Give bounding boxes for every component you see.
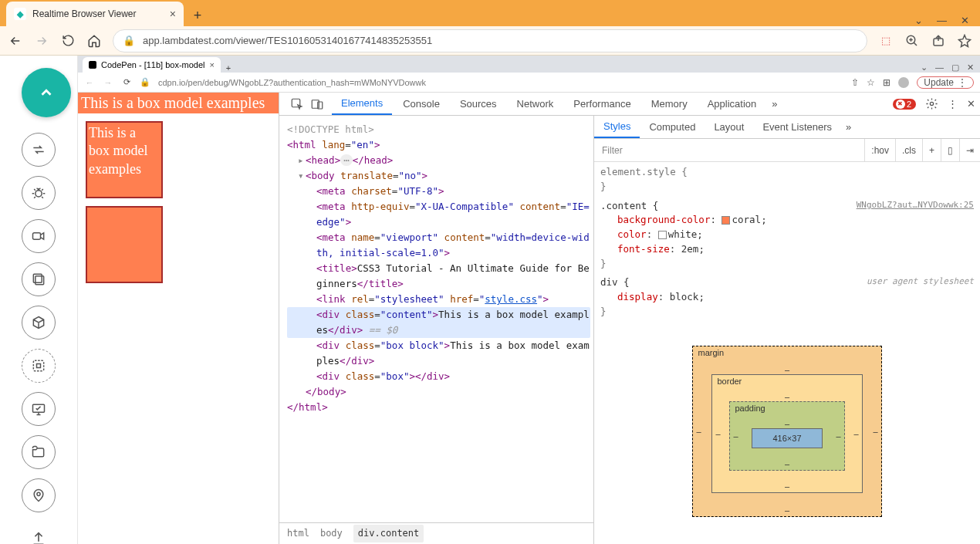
box-div	[86, 206, 163, 283]
breadcrumb-body[interactable]: body	[320, 526, 343, 541]
hov-toggle[interactable]: :hov	[864, 139, 895, 161]
bm-margin-label: margin	[698, 348, 724, 357]
css-rules-list[interactable]: element.style { } WNgobLZ?aut…NYVDowwk:2…	[594, 162, 980, 323]
puzzle-icon[interactable]: ⊞	[883, 77, 890, 88]
chevron-down-icon[interactable]: ⌄	[914, 15, 923, 26]
computed-panel-icon[interactable]: ▯	[941, 139, 959, 161]
color-swatch-coral[interactable]	[721, 216, 730, 225]
bm-border-label: border	[717, 377, 742, 386]
selected-dom-node[interactable]: ⋯<div class="content">This is a box mode…	[287, 307, 590, 338]
svg-rect-6	[33, 360, 43, 370]
minimize-icon[interactable]: —	[937, 15, 947, 26]
close-icon[interactable]: ×	[170, 8, 176, 20]
reload-icon[interactable]	[60, 33, 76, 49]
forward-icon[interactable]	[34, 33, 49, 49]
rule-element-style[interactable]: element.style {	[600, 166, 688, 177]
close-icon[interactable]: ✕	[967, 63, 974, 73]
dom-breadcrumb: html body div.content	[279, 522, 593, 544]
gear-icon[interactable]	[925, 97, 938, 110]
forward-icon[interactable]: →	[103, 77, 113, 88]
color-swatch-white[interactable]	[658, 231, 667, 239]
lock-icon: 🔒	[123, 35, 135, 46]
profile-avatar[interactable]	[898, 77, 909, 88]
update-button[interactable]: Update	[917, 76, 974, 89]
close-icon[interactable]: ✕	[967, 98, 975, 110]
tab-computed[interactable]: Computed	[640, 117, 705, 137]
tab-sources[interactable]: Sources	[451, 93, 506, 114]
styles-filter-row: Filter :hov .cls + ▯ ⇥	[594, 139, 980, 162]
tab-styles[interactable]: Styles	[594, 116, 640, 138]
close-icon[interactable]: ×	[210, 60, 215, 69]
star-icon[interactable]: ☆	[867, 77, 875, 88]
codepen-favicon	[89, 61, 96, 69]
devtools: Elements Console Sources Network Perform…	[279, 93, 980, 544]
bug-icon[interactable]	[22, 176, 56, 210]
cube-icon[interactable]	[22, 306, 56, 340]
location-icon[interactable]	[22, 478, 56, 512]
collapse-fab-button[interactable]	[22, 68, 71, 117]
project-icon[interactable]	[22, 349, 56, 383]
styles-filter-input[interactable]: Filter	[594, 145, 864, 156]
outer-window-controls: ⌄ — ✕	[914, 15, 980, 26]
bm-padding-label: padding	[735, 404, 765, 413]
kebab-icon[interactable]: ⋮	[948, 98, 958, 110]
files-icon[interactable]	[22, 435, 56, 469]
inspect-icon[interactable]	[290, 97, 304, 111]
box-model-diagram[interactable]: margin –––– border –––– padding –––– 416…	[594, 323, 980, 540]
minimize-icon[interactable]: —	[935, 63, 944, 73]
tab-event-listeners[interactable]: Event Listeners	[753, 117, 841, 137]
gallery-icon[interactable]	[22, 262, 56, 296]
inner-url[interactable]: cdpn.io/pen/debug/WNgobLZ?authentication…	[158, 78, 843, 87]
inner-toolbar: ← → ⟳ 🔒 cdpn.io/pen/debug/WNgobLZ?authen…	[78, 73, 980, 93]
inner-browser-tab[interactable]: CodePen - [11b] box-model ×	[83, 57, 221, 73]
svg-point-9	[37, 492, 40, 495]
tab-elements[interactable]: Elements	[332, 93, 392, 115]
home-icon[interactable]	[86, 33, 102, 49]
error-badge[interactable]: 2	[893, 99, 916, 110]
outer-browser-tab[interactable]: ◆ Realtime Browser Viewer ×	[6, 2, 184, 26]
breadcrumb-html[interactable]: html	[287, 526, 309, 541]
tab-memory[interactable]: Memory	[642, 93, 697, 114]
switch-icon[interactable]	[22, 133, 56, 167]
tab-performance[interactable]: Performance	[564, 93, 640, 114]
device-toggle-icon[interactable]	[310, 97, 324, 111]
rule-content[interactable]: .content {	[600, 200, 658, 211]
stylesheet-link[interactable]: style.css	[485, 293, 537, 305]
star-icon[interactable]	[957, 33, 972, 49]
dom-doctype[interactable]: <!DOCTYPE html>	[287, 123, 374, 135]
upload-icon[interactable]	[22, 522, 56, 544]
dom-tree[interactable]: <!DOCTYPE html> <html lang="en"> ▸<head>…	[279, 116, 593, 522]
chevron-down-icon[interactable]: ⌄	[921, 63, 928, 73]
tab-layout[interactable]: Layout	[705, 117, 753, 137]
tab-application[interactable]: Application	[698, 93, 766, 114]
devtools-tab-bar: Elements Console Sources Network Perform…	[279, 93, 980, 116]
outer-address-bar[interactable]: 🔒 app.lambdatest.com/viewer/TES101605314…	[113, 29, 867, 52]
more-styles-tabs-icon[interactable]: »	[841, 121, 856, 133]
zoom-icon[interactable]	[904, 33, 920, 49]
inner-new-tab-button[interactable]: +	[221, 63, 236, 73]
lambdatest-favicon: ◆	[14, 8, 26, 20]
svg-rect-5	[33, 274, 42, 282]
reload-icon[interactable]: ⟳	[121, 77, 132, 88]
share-icon[interactable]: ⇧	[851, 77, 859, 88]
video-icon[interactable]	[22, 219, 56, 253]
maximize-icon[interactable]: ▢	[951, 63, 959, 73]
new-style-rule-icon[interactable]: +	[922, 139, 941, 161]
translate-icon[interactable]: ⬚	[878, 33, 894, 49]
monitor-icon[interactable]	[22, 392, 56, 426]
back-icon[interactable]: ←	[84, 77, 95, 88]
breadcrumb-div-content[interactable]: div.content	[353, 525, 424, 542]
svg-rect-7	[37, 364, 41, 368]
rule-source-link[interactable]: WNgobLZ?aut…NYVDowwk:25	[857, 199, 974, 212]
back-icon[interactable]	[8, 33, 23, 49]
share-icon[interactable]	[931, 33, 946, 49]
new-tab-button[interactable]: +	[187, 5, 208, 26]
toggle-sidebar-icon[interactable]: ⇥	[959, 139, 980, 161]
tab-network[interactable]: Network	[508, 93, 563, 114]
close-icon[interactable]: ✕	[961, 15, 969, 26]
outer-tab-strip: ◆ Realtime Browser Viewer × + ⌄ — ✕	[0, 0, 980, 26]
cls-toggle[interactable]: .cls	[895, 139, 922, 161]
more-tabs-icon[interactable]: »	[767, 98, 782, 110]
tab-console[interactable]: Console	[394, 93, 449, 114]
rule-div[interactable]: div {	[600, 276, 630, 288]
